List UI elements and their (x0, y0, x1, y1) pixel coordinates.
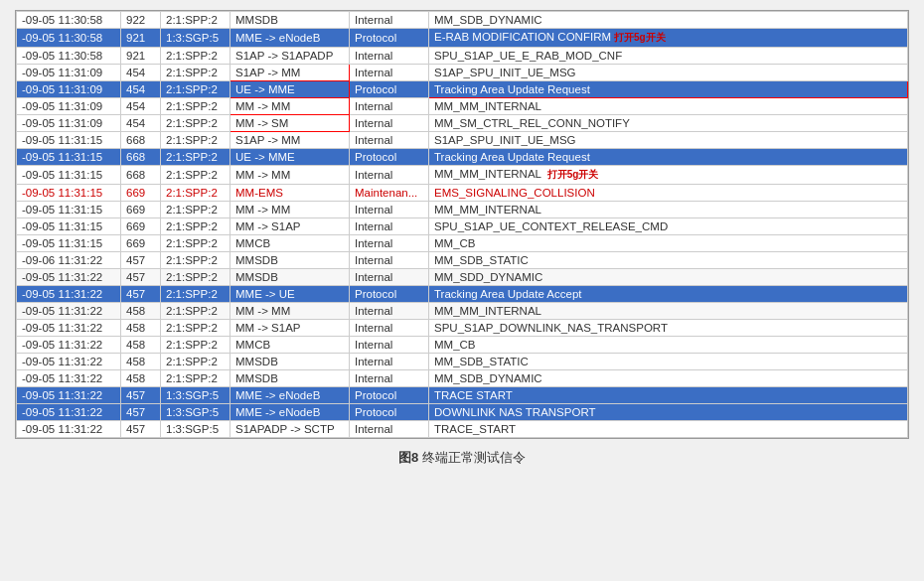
table-row: -09-05 11:31:156682:1:SPP:2S1AP -> MMInt… (17, 132, 908, 149)
cell-msg: MM_MM_INTERNAL 打开5g开关 (429, 166, 908, 185)
table-row: -09-05 11:30:589211:3:SGP:5MME -> eNodeB… (17, 29, 908, 48)
signal-table: -09-05 11:30:589222:1:SPP:2MMSDBInternal… (16, 11, 908, 438)
table-row: -09-05 11:31:224572:1:SPP:2MMSDBInternal… (17, 269, 908, 286)
cell-type: Internal (350, 65, 429, 81)
cell-time: -09-05 11:31:15 (17, 132, 121, 149)
cell-from: MM -> MM (231, 98, 350, 115)
cell-node: 2:1:SPP:2 (161, 252, 231, 269)
cell-id: 457 (121, 269, 161, 286)
cell-msg: MM_SDB_DYNAMIC (429, 370, 908, 387)
table-row: -09-05 11:31:156692:1:SPP:2MMCBInternalM… (17, 235, 908, 252)
cell-type: Internal (350, 202, 429, 218)
cell-time: -09-05 11:31:15 (17, 218, 121, 235)
cell-id: 457 (121, 286, 161, 303)
cell-from: MMCB (231, 235, 350, 252)
figure-caption: 图8 终端正常测试信令 (398, 449, 526, 467)
cell-id: 921 (121, 29, 161, 48)
cell-time: -09-05 11:31:15 (17, 235, 121, 252)
table-row: -09-05 11:31:224582:1:SPP:2MM -> S1APInt… (17, 320, 908, 337)
cell-from: MM -> MM (231, 202, 350, 218)
cell-type: Protocol (350, 81, 429, 98)
cell-type: Internal (350, 235, 429, 252)
cell-msg: MM_SDD_DYNAMIC (429, 269, 908, 286)
cell-time: -09-05 11:31:22 (17, 354, 121, 370)
cell-node: 2:1:SPP:2 (161, 235, 231, 252)
cell-node: 2:1:SPP:2 (161, 115, 231, 132)
cell-time: -09-05 11:30:58 (17, 29, 121, 48)
cell-time: -09-05 11:31:22 (17, 286, 121, 303)
table-row: -09-05 11:31:224582:1:SPP:2MMSDBInternal… (17, 370, 908, 387)
cell-id: 669 (121, 202, 161, 218)
cell-id: 458 (121, 370, 161, 387)
cell-from: MM -> MM (231, 166, 350, 185)
cell-msg: SPU_S1AP_UE_E_RAB_MOD_CNF (429, 48, 908, 65)
cell-time: -09-05 11:31:15 (17, 202, 121, 218)
cell-id: 668 (121, 149, 161, 166)
table-row: -09-05 11:31:224582:1:SPP:2MMCBInternalM… (17, 337, 908, 354)
cell-time: -09-05 11:31:09 (17, 98, 121, 115)
table-row: -09-05 11:31:094542:1:SPP:2MM -> MMInter… (17, 98, 908, 115)
table-row: -09-05 11:30:589212:1:SPP:2S1AP -> S1APA… (17, 48, 908, 65)
cell-node: 2:1:SPP:2 (161, 269, 231, 286)
cell-from: MMSDB (231, 370, 350, 387)
cell-node: 2:1:SPP:2 (161, 65, 231, 81)
cell-id: 669 (121, 218, 161, 235)
cell-msg: TRACE START (429, 387, 908, 404)
cell-from: S1AP -> MM (231, 132, 350, 149)
fig-number: 图8 (398, 450, 418, 465)
cell-node: 2:1:SPP:2 (161, 185, 231, 202)
annotation-text-2: 打开5g开关 (544, 169, 598, 180)
table-row: -09-06 11:31:224572:1:SPP:2MMSDBInternal… (17, 252, 908, 269)
cell-id: 668 (121, 132, 161, 149)
table-row: -09-05 11:31:094542:1:SPP:2S1AP -> MMInt… (17, 65, 908, 81)
cell-id: 457 (121, 404, 161, 421)
cell-id: 454 (121, 115, 161, 132)
cell-from: UE -> MME (231, 149, 350, 166)
cell-type: Internal (350, 12, 429, 29)
table-row: -09-05 11:31:094542:1:SPP:2UE -> MMEProt… (17, 81, 908, 98)
cell-id: 669 (121, 185, 161, 202)
cell-from: MME -> UE (231, 286, 350, 303)
cell-msg: E-RAB MODIFICATION CONFIRM打开5g开关 (429, 29, 908, 48)
cell-time: -09-06 11:31:22 (17, 252, 121, 269)
cell-id: 668 (121, 166, 161, 185)
cell-node: 1:3:SGP:5 (161, 387, 231, 404)
table-row: -09-05 11:31:094542:1:SPP:2MM -> SMInter… (17, 115, 908, 132)
table-row: -09-05 11:31:224571:3:SGP:5MME -> eNodeB… (17, 404, 908, 421)
cell-time: -09-05 11:31:22 (17, 404, 121, 421)
cell-node: 2:1:SPP:2 (161, 286, 231, 303)
cell-node: 2:1:SPP:2 (161, 132, 231, 149)
cell-from: S1APADP -> SCTP (231, 421, 350, 438)
cell-msg: MM_CB (429, 235, 908, 252)
cell-type: Internal (350, 48, 429, 65)
cell-from: MME -> eNodeB (231, 404, 350, 421)
cell-id: 458 (121, 303, 161, 320)
cell-id: 458 (121, 320, 161, 337)
cell-from: MMCB (231, 337, 350, 354)
cell-type: Internal (350, 115, 429, 132)
cell-msg: S1AP_SPU_INIT_UE_MSG (429, 65, 908, 81)
table-row: -09-05 11:31:224582:1:SPP:2MM -> MMInter… (17, 303, 908, 320)
cell-msg: Tracking Area Update Request (429, 81, 908, 98)
cell-id: 457 (121, 252, 161, 269)
cell-type: Internal (350, 337, 429, 354)
table-row: -09-05 11:31:156692:1:SPP:2MM-EMSMainten… (17, 185, 908, 202)
cell-node: 2:1:SPP:2 (161, 149, 231, 166)
cell-node: 2:1:SPP:2 (161, 354, 231, 370)
cell-time: -09-05 11:30:58 (17, 12, 121, 29)
cell-node: 2:1:SPP:2 (161, 303, 231, 320)
cell-msg: MM_SM_CTRL_REL_CONN_NOTIFY (429, 115, 908, 132)
table-wrapper: -09-05 11:30:589222:1:SPP:2MMSDBInternal… (15, 10, 909, 439)
cell-type: Maintenan... (350, 185, 429, 202)
cell-from: MM -> S1AP (231, 320, 350, 337)
table-row: -09-05 11:30:589222:1:SPP:2MMSDBInternal… (17, 12, 908, 29)
cell-msg: MM_SDB_STATIC (429, 354, 908, 370)
table-row: -09-05 11:31:224571:3:SGP:5MME -> eNodeB… (17, 387, 908, 404)
cell-from: MME -> eNodeB (231, 387, 350, 404)
cell-id: 669 (121, 235, 161, 252)
cell-type: Internal (350, 354, 429, 370)
cell-node: 2:1:SPP:2 (161, 12, 231, 29)
cell-node: 2:1:SPP:2 (161, 166, 231, 185)
cell-type: Protocol (350, 387, 429, 404)
cell-type: Internal (350, 166, 429, 185)
